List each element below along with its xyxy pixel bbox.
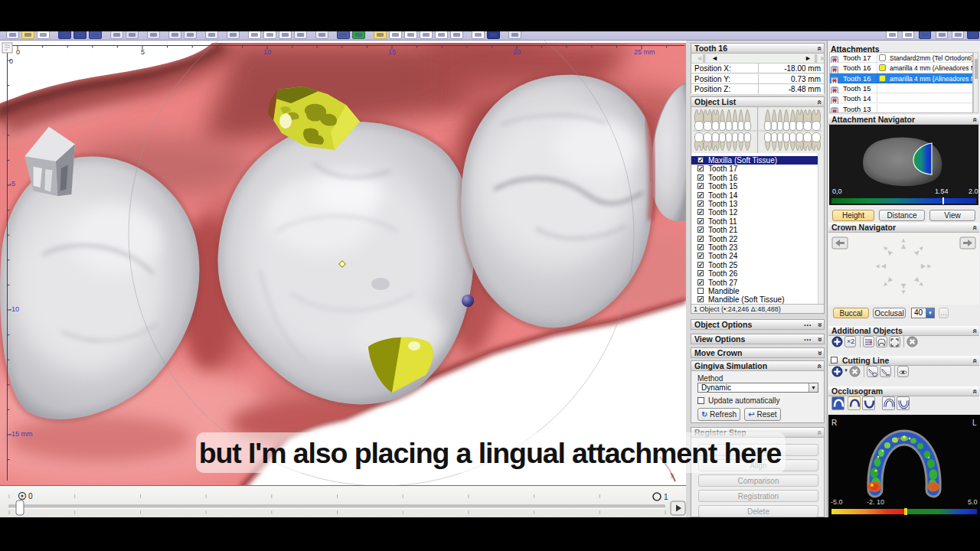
svg-text:-10: -10 bbox=[9, 305, 19, 313]
svg-text:R: R bbox=[831, 419, 837, 427]
svg-text:L: L bbox=[972, 419, 977, 427]
svg-text:5.0: 5.0 bbox=[968, 498, 978, 506]
svg-text:20: 20 bbox=[513, 48, 521, 56]
svg-text:2.0: 2.0 bbox=[969, 187, 978, 195]
svg-text:1: 1 bbox=[664, 493, 668, 501]
svg-text:0: 0 bbox=[16, 48, 20, 56]
svg-text:25 mm: 25 mm bbox=[634, 48, 655, 56]
svg-text:x: x bbox=[671, 472, 675, 480]
svg-text:-5.0: -5.0 bbox=[831, 498, 843, 506]
svg-text:-2. 10: -2. 10 bbox=[867, 498, 884, 506]
svg-text:10: 10 bbox=[263, 48, 271, 56]
svg-text:0,0: 0,0 bbox=[832, 187, 842, 195]
svg-text:15: 15 bbox=[388, 48, 396, 56]
svg-text:0: 0 bbox=[9, 57, 13, 65]
svg-text:-5: -5 bbox=[9, 180, 15, 187]
svg-text:0: 0 bbox=[28, 492, 33, 500]
svg-text:1.54: 1.54 bbox=[935, 187, 949, 195]
svg-text:5: 5 bbox=[141, 48, 145, 56]
